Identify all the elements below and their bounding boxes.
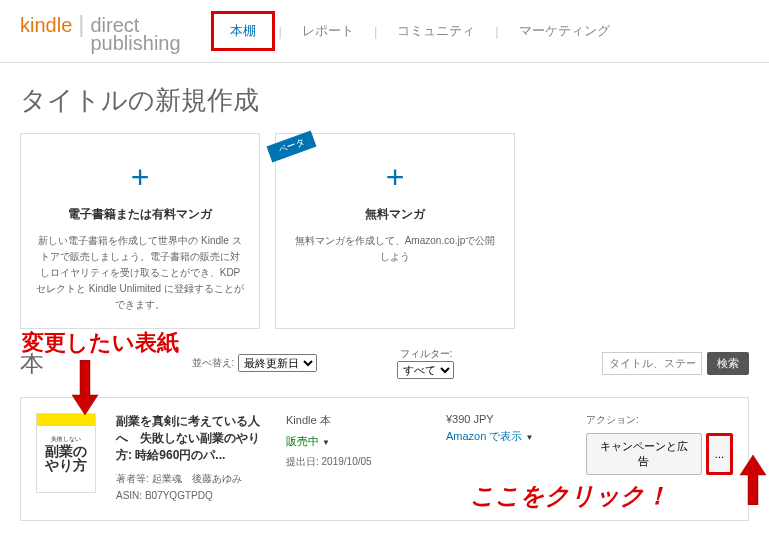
logo-divider: |: [78, 10, 84, 38]
book-cover-thumbnail[interactable]: 失敗しない 副業の やり方: [36, 413, 96, 493]
svg-marker-1: [740, 455, 766, 505]
action-label: アクション:: [586, 413, 733, 427]
create-ebook-card[interactable]: + 電子書籍または有料マンガ 新しい電子書籍を作成して世界中の Kindle ス…: [20, 133, 260, 329]
filter-select[interactable]: すべて: [397, 361, 454, 379]
svg-marker-0: [72, 360, 98, 415]
format-label: Kindle 本: [286, 413, 426, 428]
nav-separator: |: [370, 24, 381, 39]
nav-bookshelf[interactable]: 本棚: [211, 11, 275, 51]
publish-date: 提出日: 2019/10/05: [286, 455, 426, 469]
nav-community[interactable]: コミュニティ: [381, 14, 491, 48]
arrow-up-icon: [738, 455, 768, 505]
logo-kindle: kindle: [20, 14, 72, 37]
nav-separator: |: [275, 24, 286, 39]
search-button[interactable]: 検索: [707, 352, 749, 375]
create-title-heading: タイトルの新規作成: [0, 63, 769, 133]
card-title: 無料マンガ: [291, 206, 499, 223]
sort-label: 並べ替え:: [192, 356, 235, 370]
logo-direct-publishing: directpublishing: [91, 16, 181, 52]
plus-icon: +: [36, 159, 244, 196]
chevron-down-icon: ▼: [322, 438, 330, 447]
book-asin: ASIN: B07YQGTPDQ: [116, 490, 266, 501]
chevron-down-icon: ▼: [525, 433, 533, 442]
plus-icon: +: [291, 159, 499, 196]
view-on-amazon-link[interactable]: Amazon で表示 ▼: [446, 429, 566, 444]
nav-reports[interactable]: レポート: [286, 14, 370, 48]
status-dropdown[interactable]: 販売中 ▼: [286, 434, 426, 449]
more-actions-button[interactable]: ...: [706, 433, 733, 475]
search-input[interactable]: [602, 352, 702, 375]
nav-separator: |: [491, 24, 502, 39]
sort-select[interactable]: 最終更新日: [238, 354, 317, 372]
campaign-ads-button[interactable]: キャンペーンと広告: [586, 433, 702, 475]
arrow-down-icon: [70, 360, 100, 415]
card-description: 無料マンガを作成して、Amazon.co.jpで公開しよう: [291, 233, 499, 265]
book-authors: 著者等: 起業魂 後藤あゆみ: [116, 472, 266, 486]
main-nav: 本棚 | レポート | コミュニティ | マーケティング: [211, 11, 626, 51]
beta-badge: ベータ: [267, 130, 317, 162]
nav-marketing[interactable]: マーケティング: [503, 14, 626, 48]
create-free-manga-card[interactable]: ベータ + 無料マンガ 無料マンガを作成して、Amazon.co.jpで公開しよ…: [275, 133, 515, 329]
card-title: 電子書籍または有料マンガ: [36, 206, 244, 223]
annotation-change-cover: 変更したい表紙: [22, 328, 179, 358]
book-price: ¥390 JPY: [446, 413, 566, 425]
filter-label: フィルター:: [400, 347, 453, 361]
book-title[interactable]: 副業を真剣に考えている人へ 失敗しない副業のやり方: 時給960円のパ...: [116, 413, 266, 464]
annotation-click-here: ここをクリック！: [470, 480, 669, 512]
card-description: 新しい電子書籍を作成して世界中の Kindle ストアで販売しましょう。電子書籍…: [36, 233, 244, 313]
kdp-logo[interactable]: kindle | directpublishing: [20, 10, 181, 52]
